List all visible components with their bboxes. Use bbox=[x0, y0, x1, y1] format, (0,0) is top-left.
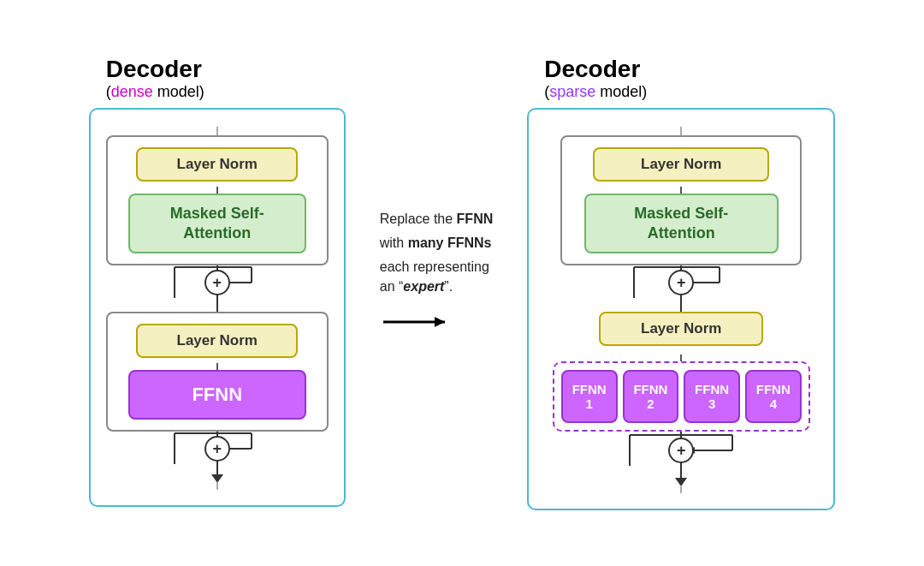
right-ffnn-4: FFNN 4 bbox=[745, 370, 802, 423]
middle-arrow-container bbox=[380, 310, 457, 334]
left-top-dashed-line bbox=[216, 127, 218, 135]
left-connector-1 bbox=[216, 187, 218, 194]
left-subtitle-word: dense bbox=[111, 83, 153, 100]
left-plus-1: + bbox=[204, 270, 230, 295]
right-ffnn-1: FFNN 1 bbox=[561, 370, 618, 423]
right-masked-attention: Masked Self-Attention bbox=[584, 194, 779, 254]
left-attention-group: Layer Norm Masked Self-Attention bbox=[106, 135, 329, 266]
right-plus-2: + bbox=[668, 438, 694, 463]
middle-text-block-2: with many FFNNs bbox=[380, 234, 492, 253]
left-bottom-line bbox=[216, 466, 218, 474]
left-plus-2: + bbox=[204, 436, 230, 462]
left-residual-2-area: + bbox=[106, 432, 329, 466]
left-arrow-down bbox=[211, 474, 223, 483]
right-layer-norm-1: Layer Norm bbox=[593, 147, 769, 182]
right-decoder-panel: Decoder (sparse model) Layer Norm Masked… bbox=[527, 56, 835, 511]
right-subtitle-suffix: model) bbox=[595, 83, 647, 100]
right-arrow-down bbox=[675, 478, 687, 486]
right-panel-box: Layer Norm Masked Self-Attention + Layer… bbox=[527, 108, 835, 511]
left-panel-box: Layer Norm Masked Self-Attention + bbox=[89, 108, 346, 508]
replace-text: Replace the bbox=[380, 212, 457, 226]
right-bottom-line bbox=[680, 469, 682, 478]
right-top-dashed-line bbox=[680, 127, 682, 135]
right-ffnn-experts-group: FFNN 1 FFNN 2 FFNN 3 FFNN 4 bbox=[553, 361, 810, 432]
left-residual-1-area: + bbox=[106, 265, 329, 300]
right-decoder-subtitle: (sparse model) bbox=[544, 83, 647, 101]
left-masked-attention: Masked Self-Attention bbox=[128, 194, 306, 254]
left-connector-2 bbox=[216, 363, 218, 370]
right-plus-1: + bbox=[668, 270, 694, 295]
right-decoder-title: Decoder bbox=[544, 56, 640, 83]
left-decoder-panel: Decoder (dense model) Layer Norm Masked … bbox=[89, 56, 346, 508]
middle-arrow-svg bbox=[380, 310, 457, 334]
right-attention-group: Layer Norm Masked Self-Attention bbox=[560, 135, 802, 266]
middle-text-block: Replace the FFNN bbox=[380, 210, 494, 229]
right-connector-2 bbox=[680, 354, 682, 361]
middle-explanation: Replace the FFNN with many FFNNs each re… bbox=[380, 56, 494, 335]
right-subtitle-word: sparse bbox=[549, 83, 595, 100]
right-residual-1-area: + bbox=[544, 265, 818, 300]
left-decoder-subtitle: (dense model) bbox=[106, 83, 204, 101]
ffnn-bold: FFNN bbox=[457, 212, 494, 226]
left-v-line-2 bbox=[216, 300, 218, 312]
right-v-line-2 bbox=[680, 300, 682, 312]
left-ffnn: FFNN bbox=[128, 370, 306, 420]
right-bottom-dashed bbox=[680, 486, 682, 493]
right-residual-2-area: + bbox=[544, 432, 818, 469]
left-bottom-dashed bbox=[216, 483, 218, 490]
right-ffnn-3: FFNN 3 bbox=[684, 370, 740, 423]
many-ffnns-bold: many FFNNs bbox=[408, 235, 492, 250]
main-container: Decoder (dense model) Layer Norm Masked … bbox=[0, 39, 924, 528]
left-layer-norm-2: Layer Norm bbox=[136, 324, 298, 358]
left-layer-norm-1: Layer Norm bbox=[136, 147, 298, 182]
left-decoder-title: Decoder bbox=[106, 56, 202, 83]
svg-marker-11 bbox=[435, 317, 445, 327]
right-layer-norm-2: Layer Norm bbox=[599, 312, 763, 346]
middle-text-block-3: each representing bbox=[380, 258, 489, 277]
left-ffnn-group: Layer Norm FFNN bbox=[106, 312, 329, 432]
with-text: with bbox=[380, 235, 408, 250]
left-subtitle-suffix: model) bbox=[153, 83, 204, 100]
middle-text-block-4: an “expert”. bbox=[380, 277, 453, 296]
right-connector-1 bbox=[680, 187, 682, 194]
right-ffnn-2: FFNN 2 bbox=[623, 370, 679, 423]
